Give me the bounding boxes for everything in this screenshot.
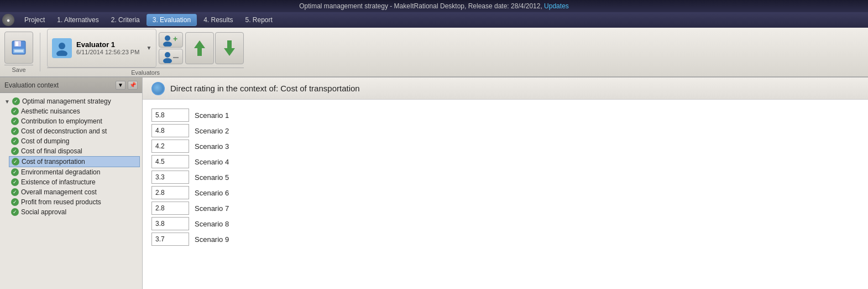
evaluators-label: Evaluators	[47, 68, 244, 76]
evaluator-date: 6/11/2014 12:56:23 PM	[76, 49, 139, 55]
menu-criteria[interactable]: 2. Criteria	[106, 14, 145, 25]
save-label: Save	[4, 65, 33, 73]
tree-item-infastructure[interactable]: ✓ Existence of infastructure	[9, 177, 140, 187]
scenario-label-9: Scenario 9	[195, 235, 229, 244]
menu-report[interactable]: 5. Report	[240, 14, 278, 25]
left-panel-header: Evaluation context ▼ 📌	[0, 78, 142, 93]
scenario-label-8: Scenario 8	[195, 220, 229, 228]
check-icon-aesthetic: ✓	[11, 107, 19, 115]
scenario-row-3: Scenario 3	[151, 140, 859, 153]
scenario-label-4: Scenario 4	[195, 158, 229, 166]
check-icon-dumping: ✓	[11, 137, 19, 145]
tree-item-final-disposal[interactable]: ✓ Cost of final disposal	[9, 146, 140, 156]
expand-icon: ▼	[4, 99, 10, 105]
tree-label-social: Social approval	[21, 208, 66, 216]
check-icon-transportation: ✓	[12, 158, 19, 166]
menu-alternatives[interactable]: 1. Alternatives	[51, 14, 104, 25]
tree-item-deconstruction[interactable]: ✓ Cost of deconstruction and st	[9, 126, 140, 136]
download-icon	[219, 37, 239, 59]
scenario-input-1[interactable]	[151, 109, 189, 122]
updates-link[interactable]: Updates	[544, 2, 569, 10]
tree-label-final-disposal: Cost of final disposal	[21, 147, 82, 155]
tree-item-social[interactable]: ✓ Social approval	[9, 207, 140, 217]
menu-results[interactable]: 4. Results	[198, 14, 238, 25]
left-panel-controls: ▼ 📌	[116, 81, 138, 90]
tree-label-mgmt-cost: Overall management cost	[21, 188, 97, 196]
scenario-input-9[interactable]	[151, 233, 189, 246]
main-content: Evaluation context ▼ 📌 ▼ ✓ Optimal manag…	[0, 78, 868, 289]
tree-root[interactable]: ▼ ✓ Optimal management strategy	[2, 96, 140, 106]
remove-person-icon	[161, 50, 181, 63]
add-person-icon: +	[161, 33, 181, 47]
tree-label-transportation: Cost of transportation	[22, 158, 85, 166]
svg-point-5	[59, 43, 65, 49]
panel-dropdown-btn[interactable]: ▼	[116, 81, 126, 90]
check-icon-reused: ✓	[11, 198, 19, 206]
menu-project[interactable]: Project	[19, 14, 50, 25]
svg-point-7	[165, 35, 170, 41]
scenario-input-7[interactable]	[151, 202, 189, 215]
context-icon	[151, 82, 165, 95]
menu-evaluation[interactable]: 3. Evaluation	[147, 14, 197, 26]
scenario-input-5[interactable]	[151, 171, 189, 184]
evaluator-name: Evaluator 1	[76, 40, 139, 49]
check-icon-infastructure: ✓	[11, 178, 19, 186]
user-icon	[54, 40, 70, 56]
scenario-label-5: Scenario 5	[195, 173, 229, 182]
scenario-row-6: Scenario 6	[151, 186, 859, 199]
evaluator-remove-person-button[interactable]	[159, 49, 183, 64]
check-icon-env-degradation: ✓	[11, 168, 19, 176]
tree-item-env-degradation[interactable]: ✓ Environmental degradation	[9, 167, 140, 177]
upload-icon	[190, 37, 210, 59]
scenario-input-4[interactable]	[151, 155, 189, 168]
evaluator-add-person-button[interactable]: +	[159, 32, 183, 48]
toolbar: Save Evaluator 1 6/11/2014 12:56:23 PM ▼	[0, 28, 868, 78]
tree-item-contribution[interactable]: ✓ Contribution to employment	[9, 116, 140, 126]
scenario-row-1: Scenario 1	[151, 109, 859, 122]
scenario-input-2[interactable]	[151, 124, 189, 137]
left-panel: Evaluation context ▼ 📌 ▼ ✓ Optimal manag…	[0, 78, 143, 289]
upload-button[interactable]	[185, 32, 214, 64]
scenario-label-7: Scenario 7	[195, 204, 229, 213]
right-panel: Direct rating in the context of: Cost of…	[143, 78, 868, 289]
tree-item-dumping[interactable]: ✓ Cost of dumping	[9, 136, 140, 146]
title-bar: Optimal management strategy - MakeItRati…	[0, 0, 868, 12]
tree-label-dumping: Cost of dumping	[21, 137, 69, 145]
tree-item-reused[interactable]: ✓ Profit from reused products	[9, 197, 140, 207]
tree-label-infastructure: Existence of infastructure	[21, 178, 96, 186]
scenario-label-1: Scenario 1	[195, 111, 229, 120]
separator-1	[40, 33, 40, 71]
scenario-row-4: Scenario 4	[151, 155, 859, 168]
tree-label-env-degradation: Environmental degradation	[21, 168, 100, 176]
evaluator-dropdown-arrow[interactable]: ▼	[146, 45, 151, 51]
scenario-row-2: Scenario 2	[151, 124, 859, 137]
svg-rect-2	[15, 42, 18, 46]
tree-root-label: Optimal management strategy	[22, 97, 111, 105]
scenario-input-3[interactable]	[151, 140, 189, 153]
save-button[interactable]	[4, 32, 33, 64]
scenario-input-6[interactable]	[151, 186, 189, 199]
tree-item-mgmt-cost[interactable]: ✓ Overall management cost	[9, 187, 140, 197]
svg-rect-12	[173, 57, 179, 58]
left-panel-title: Evaluation context	[4, 81, 59, 89]
check-icon-mgmt-cost: ✓	[11, 188, 19, 196]
menu-bar: ● Project 1. Alternatives 2. Criteria 3.…	[0, 12, 868, 28]
evaluator-icon	[52, 38, 72, 58]
check-icon-deconstruction: ✓	[11, 127, 19, 135]
title-text: Optimal management strategy - MakeItRati…	[299, 2, 542, 10]
tree-item-transportation[interactable]: ✓ Cost of transportation	[9, 156, 140, 167]
check-icon-social: ✓	[11, 208, 19, 216]
root-check-icon: ✓	[12, 97, 20, 105]
download-button[interactable]	[215, 32, 244, 64]
tree-container: ▼ ✓ Optimal management strategy ✓ Aesthe…	[0, 93, 142, 220]
svg-point-11	[163, 58, 172, 63]
panel-pin-btn[interactable]: 📌	[128, 81, 138, 90]
svg-rect-4	[14, 50, 23, 52]
evaluator-selector[interactable]: Evaluator 1 6/11/2014 12:56:23 PM ▼	[47, 29, 156, 68]
svg-point-10	[165, 52, 170, 58]
scenario-label-2: Scenario 2	[195, 127, 229, 135]
scenario-input-8[interactable]	[151, 217, 189, 230]
app-logo: ●	[2, 14, 14, 26]
tree-item-aesthetic[interactable]: ✓ Aesthetic nuisances	[9, 106, 140, 116]
scenarios-area: Scenario 1 Scenario 2 Scenario 3 Scenari…	[143, 100, 868, 255]
